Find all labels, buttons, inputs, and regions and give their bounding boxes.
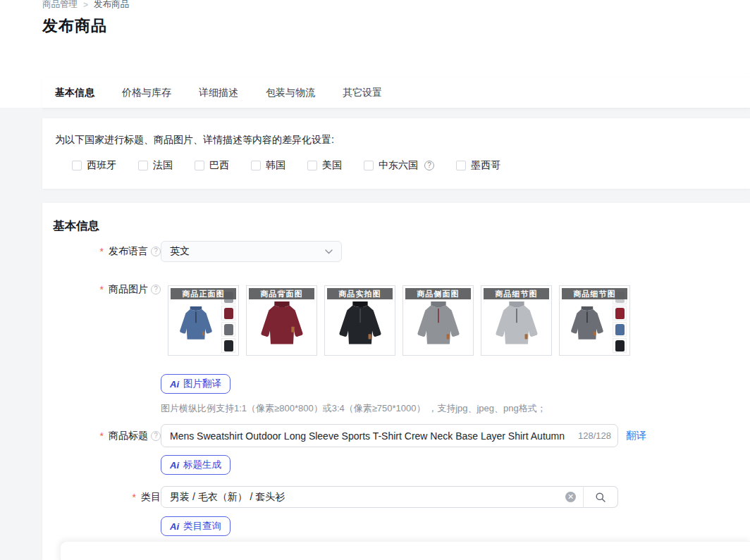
tab-basic-info[interactable]: 基本信息: [55, 87, 94, 99]
basic-info-card: 基本信息 * 发布语言 ? 英文 * 商品图片 ? 商品正面图: [42, 203, 750, 560]
country-item-brazil: 巴西: [195, 159, 229, 172]
image-tag-overlay: 商品背面图: [249, 288, 314, 299]
language-select-value: 英文: [170, 245, 325, 258]
variant-thumbnail: [221, 322, 235, 337]
product-image-front[interactable]: 商品正面图: [168, 285, 239, 356]
ai-icon: Ai: [170, 521, 179, 532]
variant-thumbnail: [221, 338, 235, 353]
country-item-korea: 韩国: [251, 159, 285, 172]
variant-thumbnail: [613, 306, 627, 321]
image-requirements-hint: 图片横纵比例支持1:1（像素≥800*800）或3:4（像素≥750*1000）…: [161, 402, 546, 415]
country-item-spain: 西班牙: [72, 159, 116, 172]
field-label-language: * 发布语言 ?: [51, 241, 161, 262]
checkbox-korea[interactable]: [251, 161, 261, 170]
checkbox-mexico[interactable]: [456, 161, 466, 170]
country-diff-card: 为以下国家进行标题、商品图片、详情描述等内容的差异化设置: 西班牙 法国 巴西 …: [42, 118, 750, 189]
field-label-product-images: * 商品图片 ?: [51, 282, 161, 297]
product-title-input-wrap: 128/128: [161, 424, 618, 447]
image-tag-overlay: 商品正面图: [171, 288, 236, 299]
section-title-basic-info: 基本信息: [53, 218, 99, 234]
breadcrumb-separator-icon: >: [83, 0, 88, 10]
ai-category-query-button[interactable]: Ai 类目查询: [161, 516, 230, 536]
product-image-detail-1[interactable]: 商品细节图: [481, 285, 552, 356]
page: 商品管理 > 发布商品 发布商品 基本信息 价格与库存 详细描述 包装与物流 其…: [0, 0, 750, 560]
tab-other-settings[interactable]: 其它设置: [343, 87, 382, 99]
question-circle-icon[interactable]: ?: [151, 247, 161, 256]
product-image-back[interactable]: 商品背面图: [246, 285, 317, 356]
category-value: 男装 / 毛衣（新） / 套头衫: [170, 491, 565, 504]
breadcrumb: 商品管理 > 发布商品: [42, 0, 129, 11]
country-diff-description: 为以下国家进行标题、商品图片、详情描述等内容的差异化设置:: [55, 134, 334, 147]
checkbox-france[interactable]: [138, 161, 148, 170]
field-label-product-title: * 商品标题 ?: [51, 424, 161, 447]
tabs-bar: 基本信息 价格与库存 详细描述 包装与物流 其它设置: [42, 77, 750, 108]
page-title: 发布商品: [42, 15, 107, 37]
variant-thumbnail: [613, 338, 627, 353]
tab-price-stock[interactable]: 价格与库存: [122, 87, 171, 99]
tab-detail-description[interactable]: 详细描述: [199, 87, 238, 99]
clear-icon[interactable]: ✕: [565, 492, 576, 502]
ai-title-generate-button[interactable]: Ai 标题生成: [161, 455, 230, 475]
breadcrumb-item-publish-product: 发布商品: [94, 0, 129, 11]
required-asterisk: *: [100, 430, 104, 442]
translate-link[interactable]: 翻译: [626, 429, 646, 442]
chevron-down-icon: [325, 249, 333, 254]
product-title-input[interactable]: [161, 424, 618, 447]
checkbox-usa[interactable]: [307, 161, 317, 170]
product-image-detail-2[interactable]: 商品细节图: [559, 285, 630, 356]
help-question-icon[interactable]: ?: [424, 161, 434, 170]
country-item-france: 法国: [138, 159, 173, 172]
checkbox-middle-east[interactable]: [364, 161, 374, 170]
char-counter: 128/128: [578, 424, 611, 447]
next-section-panel: [60, 541, 750, 560]
product-image-real-shot[interactable]: 商品实拍图: [324, 285, 395, 356]
required-asterisk: *: [133, 492, 136, 503]
field-label-category: * 类目: [51, 486, 161, 508]
country-checkbox-row: 西班牙 法国 巴西 韩国 美国 中东六国 ?: [72, 159, 500, 172]
ai-image-translate-button[interactable]: Ai 图片翻译: [161, 374, 230, 394]
language-select[interactable]: 英文: [161, 241, 342, 262]
breadcrumb-item-product-management[interactable]: 商品管理: [42, 0, 78, 11]
country-item-mexico: 墨西哥: [456, 159, 500, 172]
category-input[interactable]: 男装 / 毛衣（新） / 套头衫 ✕: [161, 486, 584, 508]
variant-thumbnail: [221, 306, 235, 321]
checkbox-brazil[interactable]: [195, 161, 204, 170]
category-input-group: 男装 / 毛衣（新） / 套头衫 ✕: [161, 486, 618, 508]
product-image-side[interactable]: 商品侧面图: [402, 285, 474, 356]
tab-packaging-logistics[interactable]: 包装与物流: [266, 87, 315, 99]
product-image-list: 商品正面图 商品背面图 商品实拍图: [168, 285, 630, 356]
question-circle-icon[interactable]: ?: [151, 285, 161, 294]
ai-icon: Ai: [170, 379, 179, 390]
country-item-usa: 美国: [307, 159, 342, 172]
category-search-button[interactable]: [583, 486, 618, 508]
ai-icon: Ai: [170, 460, 179, 471]
variant-thumbnail: [613, 322, 627, 337]
image-tag-overlay: 商品细节图: [562, 288, 627, 299]
country-item-middle-east: 中东六国 ?: [364, 159, 434, 172]
image-tag-overlay: 商品实拍图: [327, 288, 393, 299]
required-asterisk: *: [100, 284, 104, 295]
search-icon: [595, 492, 606, 503]
image-tag-overlay: 商品侧面图: [405, 288, 471, 299]
required-asterisk: *: [100, 246, 104, 257]
checkbox-spain[interactable]: [72, 161, 82, 170]
image-tag-overlay: 商品细节图: [484, 288, 549, 299]
question-circle-icon[interactable]: ?: [151, 431, 161, 441]
